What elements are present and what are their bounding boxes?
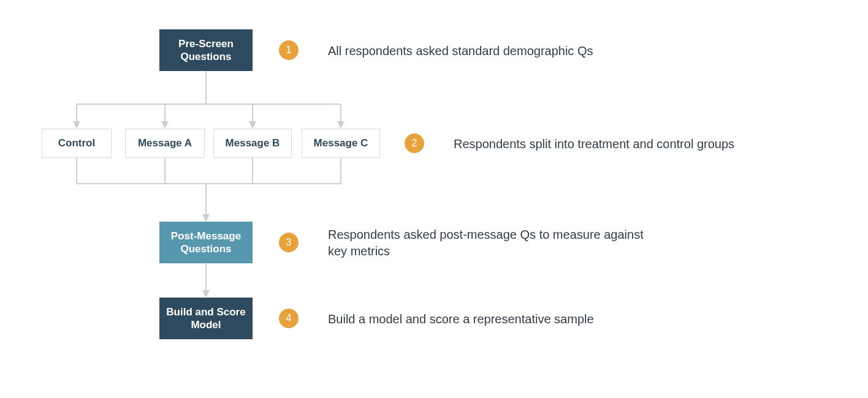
desc-2: Respondents split into treatment and con… — [454, 136, 852, 152]
box-control: Control — [42, 129, 112, 158]
connectors — [0, 0, 868, 398]
box-prescreen: Pre-Screen Questions — [159, 29, 253, 71]
box-message-a: Message A — [125, 129, 205, 158]
box-message-c: Message C — [302, 129, 380, 158]
box-postmessage: Post-Message Questions — [159, 222, 253, 263]
desc-4: Build a model and score a representative… — [328, 311, 708, 328]
desc-1: All respondents asked standard demograph… — [328, 43, 708, 59]
badge-2: 2 — [405, 133, 424, 153]
box-model: Build and Score Model — [159, 298, 253, 339]
diagram-canvas: Pre-Screen Questions Control Message A M… — [0, 0, 868, 398]
badge-3: 3 — [279, 233, 299, 252]
desc-3: Respondents asked post-message Qs to mea… — [328, 227, 659, 260]
box-message-b: Message B — [213, 129, 292, 158]
badge-4: 4 — [279, 309, 299, 328]
badge-1: 1 — [279, 40, 299, 60]
